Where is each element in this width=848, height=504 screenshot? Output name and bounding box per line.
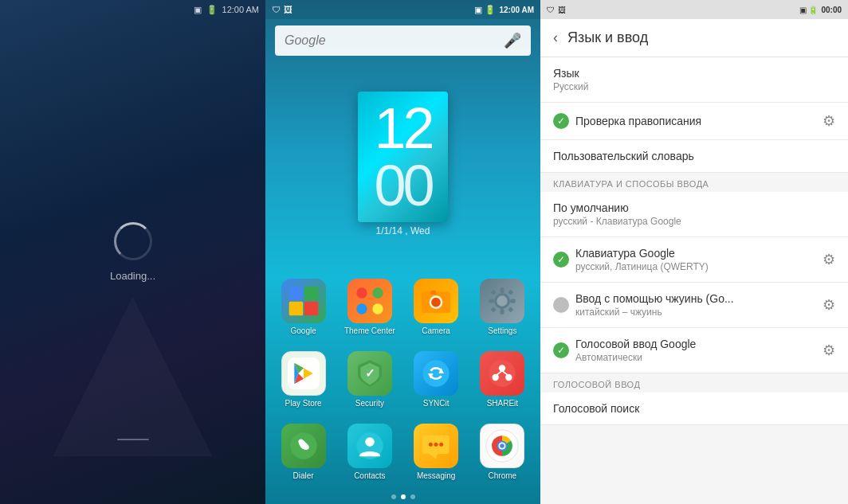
svg-point-12 [496,295,509,308]
svg-point-6 [356,303,367,314]
screen-loading: ▣ 🔋 12:00 AM Loading... [0,0,265,504]
google-voice-toggle[interactable]: ✓ [553,342,569,358]
svg-point-10 [431,298,441,307]
theme-center-icon [347,279,392,323]
app-theme-center[interactable]: Theme Center [338,274,401,340]
google-keyboard-with-icon: ✓ Клавиатура Google русский, Латиница (Q… [553,247,822,272]
svg-rect-1 [304,287,318,301]
syncit-label: SYNCit [423,399,450,408]
screen-home: 🛡 🖼 ▣ 🔋 12:00 AM Google 🎤 12 00 1/1/14 ,… [265,0,540,504]
messaging-label: Messaging [417,471,455,480]
settings-time: 00:00 [821,6,842,14]
settings-content[interactable]: Язык Русский ✓ Проверка правописания ⚙ П… [540,57,848,504]
svg-marker-44 [430,454,438,459]
language-subtitle: Русский [553,81,835,92]
settings-icon [480,279,524,323]
settings-item-google-voice[interactable]: ✓ Голосовой ввод Google Автоматически ⚙ [540,328,848,373]
google-keyboard-gear-icon[interactable]: ⚙ [822,251,835,268]
svg-rect-15 [489,299,495,303]
svg-point-7 [372,303,383,314]
home-image-icon: 🖼 [284,5,292,14]
settings-battery-icon: ▣ 🔋 [799,6,819,14]
security-label: Security [355,399,384,408]
spellcheck-gear-icon[interactable]: ⚙ [822,112,835,130]
app-play-store[interactable]: Play Store [272,346,335,412]
svg-point-41 [429,443,433,447]
home-status-left-icons: 🛡 🖼 [272,5,292,14]
google-voice-gear-icon[interactable]: ⚙ [822,342,835,359]
play-store-label: Play Store [285,399,322,408]
camera-label: Camera [422,326,450,335]
app-shareit[interactable]: SHAREit [471,346,534,412]
svg-rect-13 [501,287,504,293]
user-dict-title: Пользовательский словарь [553,150,835,162]
home-status-right-icons: ▣ 🔋 12:00 AM [474,5,534,15]
settings-item-user-dictionary[interactable]: Пользовательский словарь [540,140,848,173]
svg-rect-0 [289,287,303,301]
spellcheck-toggle[interactable]: ✓ [553,113,569,129]
spellcheck-title: Проверка правописания [575,115,822,127]
theme-center-label: Theme Center [344,326,395,335]
spellcheck-with-icon: ✓ Проверка правописания [553,113,822,129]
loading-spinner [114,222,152,260]
google-voice-subtitle: Автоматически [575,352,822,363]
settings-page-title: Язык и ввод [567,29,648,46]
settings-status-left: 🛡 🖼 [547,6,566,14]
dialer-icon [281,424,326,468]
settings-item-voice-search[interactable]: Голосовой поиск [540,393,848,425]
zhuyin-gear-icon[interactable]: ⚙ [822,296,835,314]
svg-rect-11 [430,291,436,295]
app-syncit[interactable]: SYNCit [405,346,468,412]
app-contacts[interactable]: Contacts [338,419,401,485]
settings-item-spellcheck[interactable]: ✓ Проверка правописания ⚙ [540,103,848,140]
settings-battery-time: ▣ 🔋 00:00 [799,6,842,14]
google-keyboard-toggle[interactable]: ✓ [553,252,569,268]
svg-rect-20 [508,307,514,312]
dialer-label: Dialer [293,471,314,480]
app-security[interactable]: ✓ Security [338,346,401,412]
svg-point-49 [501,443,505,448]
app-camera[interactable]: Camera [405,274,468,340]
zhuyin-title: Ввод с помощью чжуинь (Go... [575,292,822,305]
app-settings[interactable]: Settings [471,274,534,340]
screen-settings: 🛡 🖼 ▣ 🔋 00:00 ‹ Язык и ввод Язык Русский… [540,0,848,504]
loading-text: Loading... [110,270,155,282]
svg-point-5 [372,287,383,298]
svg-point-34 [506,374,512,381]
home-battery-icon: ▣ 🔋 [474,5,496,15]
settings-status-bar: 🛡 🖼 ▣ 🔋 00:00 [540,0,848,19]
shareit-icon [480,351,524,396]
status-battery: 🔋 [206,5,218,15]
settings-item-google-keyboard[interactable]: ✓ Клавиатура Google русский, Латиница (Q… [540,237,848,283]
settings-header: ‹ Язык и ввод [540,19,848,57]
play-store-icon [281,351,326,396]
mic-icon[interactable]: 🎤 [504,32,521,49]
settings-item-zhuyin[interactable]: Ввод с помощью чжуинь (Go... китайский –… [540,283,848,328]
settings-item-default[interactable]: По умолчанию русский - Клавиатура Google [540,192,848,237]
apps-row-1: Google Theme Center [265,274,540,346]
voice-search-title: Голосовой поиск [553,402,835,415]
app-dialer[interactable]: Dialer [272,419,335,485]
svg-rect-17 [491,290,497,295]
language-title: Язык [553,67,835,80]
clock-minute: 00 [374,157,431,214]
svg-rect-18 [508,290,514,295]
svg-rect-14 [501,309,504,315]
syncit-icon [414,351,458,396]
home-clock-block: 12 00 [358,92,447,222]
google-keyboard-text: Клавиатура Google русский, Латиница (QWE… [575,247,822,272]
default-subtitle: русский - Клавиатура Google [553,216,835,227]
app-chrome[interactable]: Chrome [471,419,534,485]
loading-status-bar: ▣ 🔋 12:00 AM [0,0,265,19]
app-messaging[interactable]: Messaging [405,419,468,485]
home-search-bar[interactable]: Google 🎤 [275,25,531,56]
google-voice-with-icon: ✓ Голосовой ввод Google Автоматически [553,338,822,363]
zhuyin-toggle[interactable] [553,297,569,313]
app-google[interactable]: Google [272,274,335,340]
language-text: Язык Русский [553,67,835,92]
back-button[interactable]: ‹ [553,29,558,46]
search-google-label: Google [285,33,326,48]
svg-rect-3 [304,302,318,316]
svg-rect-16 [510,299,516,303]
settings-item-language[interactable]: Язык Русский [540,57,848,103]
